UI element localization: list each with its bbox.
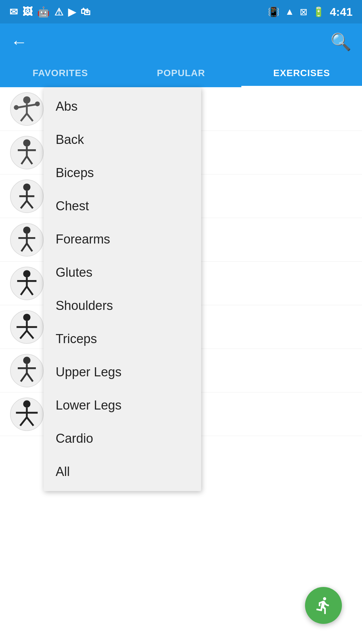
dropdown-item-glutes[interactable]: Glutes xyxy=(44,256,201,289)
dropdown-item-shoulders[interactable]: Shoulders xyxy=(44,289,201,322)
status-icons-right: 📳 ▲ ⊠ 🔋 4:41 xyxy=(268,5,353,18)
tabs-bar: FAVORITES POPULAR EXERCISES xyxy=(0,60,362,87)
dropdown-item-lower-legs[interactable]: Lower Legs xyxy=(44,389,201,422)
status-time: 4:41 xyxy=(330,5,353,18)
dropdown-overlay[interactable]: Abs Back Biceps Chest Forearms Glutes Sh… xyxy=(0,87,362,436)
exercise-list: ess ldown xyxy=(0,87,362,436)
status-bar: ✉ 🖼 🤖 ⚠ ▶ 🛍 📳 ▲ ⊠ 🔋 4:41 xyxy=(0,0,362,23)
dropdown-item-biceps[interactable]: Biceps xyxy=(44,156,201,190)
tab-popular[interactable]: POPULAR xyxy=(121,60,241,87)
muscle-group-dropdown: Abs Back Biceps Chest Forearms Glutes Sh… xyxy=(44,87,201,491)
vibrate-icon: 📳 xyxy=(268,6,280,17)
tab-exercises[interactable]: EXERCISES xyxy=(241,60,362,87)
dropdown-item-cardio[interactable]: Cardio xyxy=(44,422,201,455)
app-bar: ← 🔍 xyxy=(0,23,362,60)
warning-icon: ⚠ xyxy=(54,6,63,18)
signal-icon: ⊠ xyxy=(300,6,307,17)
dropdown-item-abs[interactable]: Abs xyxy=(44,90,201,123)
email-icon: ✉ xyxy=(9,6,18,18)
dropdown-item-chest[interactable]: Chest xyxy=(44,190,201,223)
dropdown-item-upper-legs[interactable]: Upper Legs xyxy=(44,356,201,389)
add-exercise-fab[interactable] xyxy=(305,587,342,624)
tab-favorites[interactable]: FAVORITES xyxy=(0,60,121,87)
dropdown-item-all[interactable]: All xyxy=(44,455,201,488)
bag-icon: 🛍 xyxy=(80,6,90,17)
play-icon: ▶ xyxy=(68,6,76,18)
image-icon: 🖼 xyxy=(22,6,33,17)
android-icon: 🤖 xyxy=(37,6,50,18)
battery-icon: 🔋 xyxy=(313,6,324,17)
search-button[interactable]: 🔍 xyxy=(330,32,351,52)
status-icons-left: ✉ 🖼 🤖 ⚠ ▶ 🛍 xyxy=(9,6,90,18)
dropdown-item-triceps[interactable]: Triceps xyxy=(44,322,201,356)
back-button[interactable]: ← xyxy=(11,32,27,52)
dropdown-item-back[interactable]: Back xyxy=(44,123,201,156)
wifi-icon: ▲ xyxy=(285,6,294,17)
dropdown-item-forearms[interactable]: Forearms xyxy=(44,223,201,256)
